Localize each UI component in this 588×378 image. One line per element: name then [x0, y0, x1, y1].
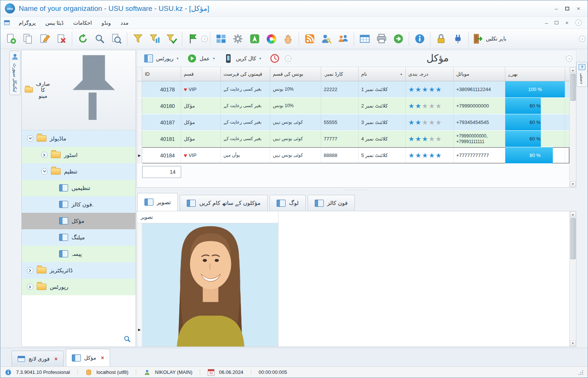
action-button[interactable]: عمل ▼	[184, 52, 218, 65]
table-row[interactable]: 40180 ♥مؤکل بغیر کسی رعایت کے 10% بونس ک…	[137, 98, 569, 114]
print-button[interactable]	[373, 30, 390, 48]
pin-icon[interactable]	[53, 50, 132, 130]
reports-button[interactable]: رپورٹس ▼	[141, 52, 182, 65]
close-button[interactable]: ×	[577, 6, 580, 11]
maximize-button[interactable]	[565, 7, 569, 10]
settings-button[interactable]	[229, 30, 246, 48]
column-id[interactable]: ID	[142, 67, 181, 81]
expand-icon[interactable]	[27, 267, 33, 273]
column-pricelist[interactable]: قیمتوں کی فہرست	[221, 67, 270, 81]
tree-item-directories[interactable]: ڈائریکٹریز	[22, 262, 135, 279]
minimize-button[interactable]: –	[555, 6, 558, 11]
filter-columns-button[interactable]	[146, 30, 163, 48]
add-record-button[interactable]	[3, 30, 19, 48]
cell-rating[interactable]: ★★★★★	[406, 114, 454, 130]
tab-quick-launch[interactable]: فوری لانچ ×	[12, 351, 64, 366]
toolbar-more-button[interactable]: ›	[579, 36, 585, 42]
colors-button[interactable]	[263, 30, 280, 48]
delete-record-button[interactable]	[53, 30, 70, 48]
table-export-button[interactable]	[356, 30, 373, 48]
tree-item-organizations[interactable]: تنظیمیں	[22, 180, 135, 196]
tab-picture[interactable]: تصویر	[137, 193, 178, 211]
tree-item-mailing[interactable]: میلنگ	[22, 229, 135, 246]
plugins-button[interactable]	[450, 30, 466, 48]
flag-button[interactable]	[185, 30, 201, 48]
search-in-list-button[interactable]	[108, 30, 125, 48]
tab-work-with-clients[interactable]: مؤکلوں کے ساتھ کام کریں	[180, 195, 268, 211]
cell-rating[interactable]: ★★★★★	[406, 147, 454, 163]
grid-view-button[interactable]	[213, 30, 229, 48]
table-scrollbar[interactable]: ▲ ▼	[569, 67, 576, 187]
edit-record-button[interactable]	[36, 30, 53, 48]
menu-database[interactable]: ڈیٹا بیس	[41, 18, 68, 28]
user-access-button[interactable]	[318, 30, 335, 48]
refresh-button[interactable]	[74, 30, 91, 48]
user-label[interactable]: NIKOLAY (MAIN)	[155, 369, 192, 375]
mdi-minimize-button[interactable]: –	[545, 20, 548, 25]
tree-item-store[interactable]: اسٹور	[22, 147, 135, 163]
manual-tab[interactable]: ? دستی	[576, 62, 588, 87]
tree-item-client[interactable]: مؤکل	[22, 213, 135, 229]
employees-button[interactable]	[335, 30, 351, 48]
navigator-button[interactable]	[246, 30, 263, 48]
tab-log[interactable]: لوگ	[269, 195, 306, 211]
call-button[interactable]: کال کریں ▼	[220, 52, 265, 65]
column-rating[interactable]: درجہ بندی	[406, 67, 454, 81]
technical-support-tab[interactable]: ٹیکنیکل سپورٹ	[9, 51, 21, 95]
scroll-down-icon[interactable]: ▼	[570, 181, 576, 187]
subtoolbar-customize-button[interactable]: ›	[566, 55, 572, 62]
picture-column-header[interactable]: تصویر	[137, 211, 278, 223]
scrollbar-thumb[interactable]	[570, 74, 576, 101]
information-button[interactable]	[411, 30, 428, 48]
tab-client[interactable]: مؤکل ×	[66, 349, 110, 366]
copy-record-button[interactable]	[19, 30, 36, 48]
column-bonus[interactable]: بونس کی قسم	[270, 67, 321, 81]
picture-scrollbar[interactable]: ▲ ▼	[569, 211, 576, 347]
column-name[interactable]: نام▲	[359, 67, 406, 81]
tab-phone-calls[interactable]: فون کالز	[308, 195, 355, 211]
collapse-icon[interactable]	[41, 168, 48, 175]
filter-button[interactable]	[130, 30, 146, 48]
menu-commands[interactable]: احکامات	[69, 18, 97, 28]
close-tab-icon[interactable]: ×	[101, 355, 104, 361]
cell-rating[interactable]: ★★★★★	[406, 98, 454, 114]
client-photo[interactable]	[142, 223, 278, 347]
menu-help[interactable]: مدد	[116, 18, 133, 28]
exit-button[interactable]: باہر نکلیں	[471, 30, 508, 48]
table-row[interactable]: 40178 ♥VIP بغیر کسی رعایت کے 10% بونس 22…	[137, 81, 569, 98]
mdi-restore-button[interactable]	[555, 21, 558, 24]
resize-grip[interactable]	[578, 370, 583, 375]
table-row-selected[interactable]: ▶ 40184 ♥VIP یواَن میں کوئی بونس نہیں 88…	[137, 147, 569, 164]
menu-program[interactable]: پروگرام	[14, 18, 40, 28]
date-label[interactable]: 06.06.2024	[219, 369, 243, 375]
collapse-icon[interactable]	[27, 135, 33, 142]
expand-icon[interactable]	[41, 152, 48, 158]
cell-rating[interactable]: ★★★★★	[406, 131, 454, 147]
scroll-up-icon[interactable]: ▲	[570, 212, 576, 217]
table-row[interactable]: 40187 ♥مؤکل بغیر کسی رعایت کے کوئی بونس …	[137, 114, 569, 131]
close-tab-icon[interactable]: ×	[54, 356, 57, 362]
database-label[interactable]: localhost (utf8)	[97, 369, 128, 375]
window-menu-icon[interactable]	[4, 20, 10, 25]
menu-window[interactable]: ونڈو	[97, 18, 115, 28]
column-mobile[interactable]: موبائل	[454, 67, 505, 81]
column-card[interactable]: کارڈ نمبر.	[321, 67, 359, 81]
pan-button[interactable]	[280, 30, 296, 48]
tree-item-organization[interactable]: تنظیم	[22, 163, 135, 180]
menu-more-button[interactable]: ›	[575, 19, 582, 26]
subtoolbar-more-button[interactable]: ›	[285, 55, 291, 62]
scroll-down-icon[interactable]: ▼	[570, 341, 576, 346]
filter-apply-button[interactable]	[163, 30, 180, 48]
dial-button[interactable]	[267, 52, 283, 65]
table-row[interactable]: 40181 ♥مؤکل بغیر کسی رعایت کے کوئی بونس …	[137, 131, 569, 147]
expand-icon[interactable]	[27, 284, 33, 290]
scroll-up-icon[interactable]: ▲	[570, 67, 576, 73]
news-feed-button[interactable]	[301, 30, 318, 48]
mdi-close-button[interactable]: ×	[565, 20, 569, 25]
go-to-button[interactable]	[390, 30, 406, 48]
search-button[interactable]	[91, 30, 108, 48]
column-fill[interactable]: بھرے	[505, 67, 565, 81]
column-type[interactable]: قسم	[181, 67, 221, 81]
flag-more-button[interactable]: ›	[201, 36, 208, 42]
cell-rating[interactable]: ★★★★★	[406, 81, 454, 97]
